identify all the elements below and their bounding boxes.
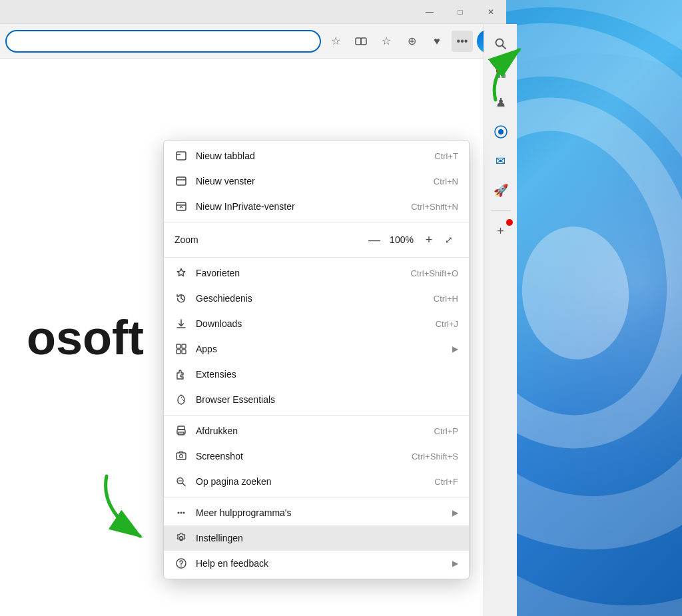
inprivate-label: Nieuw InPrivate-venster [196,201,403,212]
zoom-value: 100% [385,234,418,245]
sidebar-outlook-icon[interactable]: ✉ [489,149,513,173]
sidebar-add-button[interactable]: + [489,219,513,243]
print-label: Afdrukken [196,426,426,436]
toolbar: ☆ ☆ ⊕ ♥ ••• e [0,24,506,59]
find-label: Op pagina zoeken [196,476,426,487]
history-icon [174,292,188,305]
browser-essentials-icon [174,393,188,406]
zoom-out-button[interactable]: — [364,229,385,250]
sidebar-divider [491,210,511,211]
apps-label: Apps [196,344,439,354]
likes-icon[interactable]: ♥ [426,31,448,52]
more-tools-label: Meer hulpprogramma's [196,507,439,518]
inprivate-icon [174,200,188,213]
extensions-label: Extensies [196,369,458,380]
sidebar-panel: ♟ ✉ 🚀 + [484,24,517,616]
plus-icon: + [497,224,504,238]
title-bar-controls: — □ ✕ [414,0,506,23]
zoom-in-button[interactable]: + [418,229,440,250]
menu-item-extensions[interactable]: Extensies [164,362,469,387]
menu-item-downloads[interactable]: Downloads Ctrl+J [164,311,469,336]
address-bar[interactable] [5,30,321,53]
close-button[interactable]: ✕ [476,0,506,23]
favorites-menu-icon [174,266,188,280]
history-label: Geschiedenis [196,293,426,304]
svg-rect-5 [356,38,361,45]
settings-icon [174,531,188,545]
menu-item-new-tab[interactable]: Nieuw tabblad Ctrl+T [164,143,469,168]
print-icon [174,424,188,438]
browser-essentials-label: Browser Essentials [196,394,458,405]
svg-point-34 [180,512,182,514]
menu-item-help[interactable]: Help en feedback ▶ [164,551,469,576]
help-label: Help en feedback [196,558,439,569]
green-arrow-top [482,40,535,107]
extensions-icon [174,368,188,381]
screenshot-icon [174,450,188,463]
svg-rect-29 [176,453,186,460]
settings-label: Instellingen [196,533,458,543]
screenshot-shortcut: Ctrl+Shift+S [412,452,458,462]
compat-icon[interactable]: ⊕ [401,31,422,52]
favorites-label: Favorieten [196,268,402,278]
more-menu-button[interactable]: ••• [452,31,473,52]
svg-rect-24 [176,350,180,354]
menu-item-inprivate[interactable]: Nieuw InPrivate-venster Ctrl+Shift+N [164,194,469,219]
context-menu: Nieuw tabblad Ctrl+T Nieuw venster Ctrl+… [163,140,470,579]
collections-icon[interactable]: ☆ [376,31,397,52]
title-bar: — □ ✕ [0,0,506,24]
new-window-shortcut: Ctrl+N [434,176,458,186]
new-window-label: Nieuw venster [196,176,426,186]
svg-line-32 [182,483,185,486]
menu-item-apps[interactable]: Apps ▶ [164,336,469,362]
svg-point-38 [180,565,182,567]
more-tools-icon [174,506,188,519]
menu-item-browser-essentials[interactable]: Browser Essentials [164,387,469,412]
svg-rect-26 [178,426,184,430]
tab-groups-icon[interactable] [350,31,372,52]
help-arrow: ▶ [452,559,458,568]
inprivate-shortcut: Ctrl+Shift+N [411,202,458,212]
new-tab-icon [174,149,188,162]
svg-rect-25 [182,350,186,354]
sidebar-unknown-icon[interactable]: 🚀 [489,178,513,202]
menu-item-print[interactable]: Afdrukken Ctrl+P [164,418,469,444]
new-tab-shortcut: Ctrl+T [434,151,458,161]
svg-point-30 [180,455,183,458]
more-tools-arrow: ▶ [452,508,458,517]
downloads-label: Downloads [196,318,428,329]
favorites-icon[interactable]: ☆ [325,31,346,52]
find-icon [174,475,188,488]
apps-icon [174,342,188,356]
new-tab-label: Nieuw tabblad [196,151,426,161]
menu-item-history[interactable]: Geschiedenis Ctrl+H [164,286,469,311]
menu-item-more-tools[interactable]: Meer hulpprogramma's ▶ [164,500,469,525]
green-arrow-bottom [93,469,160,549]
zoom-label: Zoom [174,234,364,245]
menu-item-favorites[interactable]: Favorieten Ctrl+Shift+O [164,260,469,286]
apps-arrow: ▶ [452,344,458,354]
menu-divider-1 [164,222,469,222]
sidebar-copilot-icon[interactable] [489,120,513,144]
print-shortcut: Ctrl+P [434,426,458,436]
svg-rect-23 [182,344,186,348]
svg-rect-6 [361,38,366,45]
zoom-row: Zoom — 100% + ⤢ [164,225,469,254]
svg-point-35 [183,512,185,514]
page-brand-text: osoft [27,310,144,365]
svg-rect-15 [176,152,186,160]
menu-divider-2 [164,257,469,258]
zoom-expand-button[interactable]: ⤢ [440,230,458,249]
minimize-button[interactable]: — [414,0,445,23]
menu-item-screenshot[interactable]: Screenshot Ctrl+Shift+S [164,444,469,469]
notification-dot [506,219,513,226]
download-icon [174,317,188,330]
maximize-button[interactable]: □ [445,0,476,23]
menu-divider-4 [164,497,469,497]
svg-rect-28 [178,432,184,435]
menu-item-settings[interactable]: Instellingen [164,525,469,551]
svg-rect-17 [176,177,186,185]
menu-item-new-window[interactable]: Nieuw venster Ctrl+N [164,168,469,194]
menu-divider-3 [164,415,469,416]
menu-item-find[interactable]: Op pagina zoeken Ctrl+F [164,469,469,494]
